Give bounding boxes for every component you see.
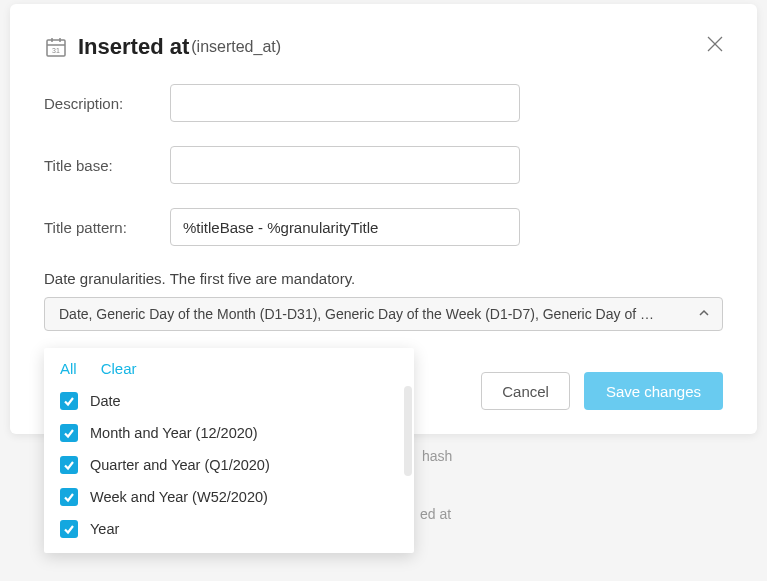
title-base-input[interactable] (170, 146, 520, 184)
save-button[interactable]: Save changes (584, 372, 723, 410)
checkbox-checked[interactable] (60, 488, 78, 506)
granularity-selected-summary: Date, Generic Day of the Month (D1-D31),… (59, 306, 654, 322)
checkbox-checked[interactable] (60, 392, 78, 410)
description-input[interactable] (170, 84, 520, 122)
checkbox-label: Week and Year (W52/2020) (90, 489, 268, 505)
title-pattern-label: Title pattern: (44, 219, 170, 236)
calendar-icon: 31 (44, 35, 68, 59)
modal-title: Inserted at (78, 34, 189, 60)
chevron-up-icon (698, 306, 710, 322)
check-icon (63, 459, 75, 471)
close-icon (706, 35, 724, 53)
checkbox-row-week-year[interactable]: Week and Year (W52/2020) (44, 481, 414, 513)
modal-header: 31 Inserted at (inserted_at) (44, 34, 723, 60)
checkbox-list: Date Month and Year (12/2020) Quarter an… (44, 385, 414, 545)
checkbox-checked[interactable] (60, 520, 78, 538)
description-label: Description: (44, 95, 170, 112)
check-icon (63, 491, 75, 503)
dropdown-actions: All Clear (44, 358, 414, 385)
granularity-dropdown[interactable]: Date, Generic Day of the Month (D1-D31),… (44, 297, 723, 331)
title-base-row: Title base: (44, 146, 723, 184)
checkbox-row-month-year[interactable]: Month and Year (12/2020) (44, 417, 414, 449)
background-text: hash (422, 448, 452, 464)
check-icon (63, 427, 75, 439)
scrollbar[interactable] (404, 386, 412, 476)
modal-field-name: (inserted_at) (191, 38, 281, 56)
check-icon (63, 395, 75, 407)
checkbox-label: Date (90, 393, 121, 409)
title-base-label: Title base: (44, 157, 170, 174)
checkbox-row-quarter-year[interactable]: Quarter and Year (Q1/2020) (44, 449, 414, 481)
checkbox-label: Year (90, 521, 119, 537)
description-row: Description: (44, 84, 723, 122)
checkbox-row-year[interactable]: Year (44, 513, 414, 545)
background-text: ed at (420, 506, 451, 522)
title-pattern-input[interactable] (170, 208, 520, 246)
clear-all-link[interactable]: Clear (101, 360, 137, 377)
checkbox-row-date[interactable]: Date (44, 385, 414, 417)
svg-text:31: 31 (52, 47, 60, 54)
granularity-heading: Date granularities. The first five are m… (44, 270, 723, 287)
checkbox-checked[interactable] (60, 456, 78, 474)
modal-actions: Cancel Save changes (481, 372, 723, 410)
close-button[interactable] (703, 32, 727, 56)
check-icon (63, 523, 75, 535)
granularity-dropdown-panel: All Clear Date Month and Year (12/2020) … (44, 348, 414, 553)
checkbox-label: Month and Year (12/2020) (90, 425, 258, 441)
title-pattern-row: Title pattern: (44, 208, 723, 246)
cancel-button[interactable]: Cancel (481, 372, 570, 410)
checkbox-label: Quarter and Year (Q1/2020) (90, 457, 270, 473)
checkbox-checked[interactable] (60, 424, 78, 442)
select-all-link[interactable]: All (60, 360, 77, 377)
